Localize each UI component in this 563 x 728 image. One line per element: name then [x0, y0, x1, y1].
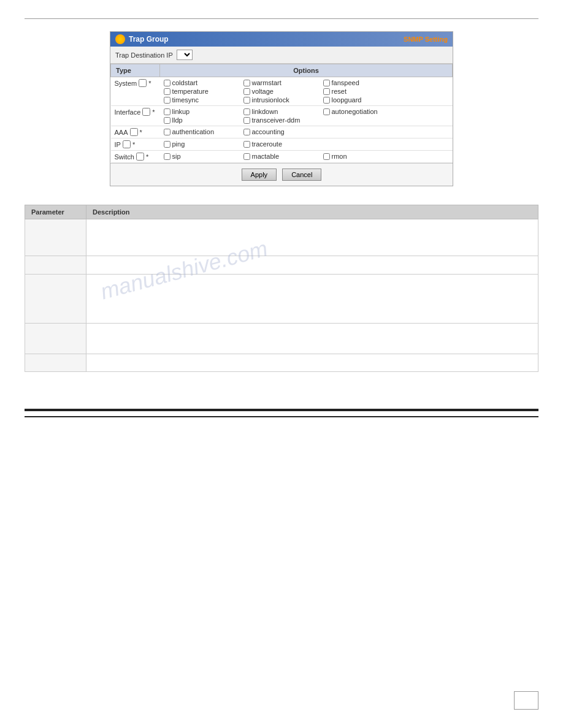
opt-temperature[interactable]: temperature [164, 88, 237, 95]
opt-rmon[interactable]: rmon [323, 153, 397, 160]
snmp-setting-link[interactable]: SNMP Setting [404, 36, 448, 43]
table-row: Interface * linkup linkdown autonegotiat… [111, 106, 453, 126]
system-options: coldstart warmstart fanspeed temperature… [164, 79, 449, 104]
opt-transceiver-ddm[interactable]: transceiver-ddm [243, 116, 317, 124]
col-options-header: Options [160, 64, 453, 77]
cb-coldstart[interactable] [164, 80, 170, 86]
trap-dest-label: Trap Destination IP [115, 51, 173, 59]
cb-rmon[interactable] [323, 153, 330, 160]
options-table: Type Options System * [110, 64, 453, 163]
aaa-star: * [140, 129, 142, 136]
panel-header: Trap Group SNMP Setting [110, 32, 453, 47]
desc-param-3 [25, 275, 86, 324]
cb-sip[interactable] [164, 153, 170, 160]
desc-col1-header: Parameter [25, 205, 86, 219]
opt-warmstart[interactable]: warmstart [243, 79, 317, 86]
cb-reset[interactable] [323, 88, 330, 95]
opt-authentication[interactable]: authentication [164, 128, 237, 135]
table-row [25, 354, 538, 372]
trap-dest-select[interactable] [177, 50, 193, 60]
thick-divider [25, 409, 538, 411]
cb-fanspeed[interactable] [323, 80, 330, 86]
trap-group-panel: Trap Group SNMP Setting Trap Destination… [110, 31, 453, 186]
aaa-options: authentication accounting [164, 128, 449, 135]
cb-ping[interactable] [164, 141, 170, 148]
opt-lldp[interactable]: lldp [164, 116, 237, 124]
ip-type-label: IP [115, 141, 121, 148]
desc-table: Parameter Description [25, 205, 538, 372]
trap-dest-row: Trap Destination IP [110, 47, 453, 64]
thin-divider [25, 416, 538, 417]
cb-loopguard[interactable] [323, 97, 330, 104]
opt-linkdown[interactable]: linkdown [243, 108, 317, 115]
trap-icon [115, 34, 125, 44]
cb-intrusionlock[interactable] [243, 97, 250, 104]
cb-mactable[interactable] [243, 153, 250, 160]
opt-fanspeed[interactable]: fanspeed [323, 79, 397, 86]
page-container: Trap Group SNMP Setting Trap Destination… [0, 0, 563, 728]
opt-coldstart[interactable]: coldstart [164, 79, 237, 86]
ip-star: * [132, 141, 135, 148]
opt-loopguard[interactable]: loopguard [323, 96, 397, 104]
ip-options: ping traceroute [164, 140, 449, 148]
desc-param-5 [25, 354, 86, 372]
opt-linkup[interactable]: linkup [164, 108, 237, 115]
desc-param-2 [25, 256, 86, 275]
table-row: Switch * sip mactable rmon [111, 151, 453, 163]
desc-table-container: Parameter Description [25, 205, 538, 372]
cb-autonegotiation[interactable] [323, 108, 330, 115]
interface-checkbox[interactable] [142, 108, 150, 116]
table-row [25, 256, 538, 275]
cb-timesync[interactable] [164, 97, 170, 104]
opt-reset[interactable]: reset [323, 88, 397, 95]
desc-value-3 [86, 275, 538, 324]
desc-param-4 [25, 324, 86, 354]
cb-accounting[interactable] [243, 129, 250, 135]
cb-lldp[interactable] [164, 117, 170, 124]
button-row: Apply Cancel [110, 163, 453, 186]
ip-checkbox[interactable] [123, 140, 131, 148]
cb-temperature[interactable] [164, 88, 170, 95]
system-checkbox[interactable] [139, 79, 147, 87]
table-row: IP * ping traceroute [111, 138, 453, 151]
cb-authentication[interactable] [164, 129, 170, 135]
opt-traceroute[interactable]: traceroute [243, 140, 317, 148]
desc-col2-header: Description [86, 205, 538, 219]
col-type-header: Type [111, 64, 160, 77]
cb-voltage[interactable] [243, 88, 250, 95]
switch-options: sip mactable rmon [164, 153, 449, 160]
apply-button[interactable]: Apply [242, 169, 277, 181]
opt-accounting[interactable]: accounting [243, 128, 317, 135]
table-row [25, 219, 538, 256]
table-row [25, 275, 538, 324]
opt-intrusionlock[interactable]: intrusionlock [243, 96, 317, 104]
system-star: * [148, 80, 151, 87]
aaa-type-label: AAA [115, 129, 128, 136]
desc-value-2 [86, 256, 538, 275]
interface-options: linkup linkdown autonegotiation lldp tra… [164, 108, 449, 124]
opt-mactable[interactable]: mactable [243, 153, 317, 160]
table-row: System * coldstart warmstart fanspeed te… [111, 77, 453, 106]
panel-title: Trap Group [115, 34, 169, 44]
opt-voltage[interactable]: voltage [243, 88, 317, 95]
opt-ping[interactable]: ping [164, 140, 237, 148]
panel-title-text: Trap Group [129, 35, 169, 44]
switch-checkbox[interactable] [136, 153, 144, 161]
interface-type-label: Interface [115, 108, 141, 116]
bottom-rules [25, 409, 538, 417]
table-row [25, 324, 538, 354]
cb-linkup[interactable] [164, 108, 170, 115]
cb-linkdown[interactable] [243, 108, 250, 115]
desc-value-1 [86, 219, 538, 256]
cancel-button[interactable]: Cancel [282, 169, 321, 181]
opt-autonegotiation[interactable]: autonegotiation [323, 108, 397, 115]
desc-param-1 [25, 219, 86, 256]
opt-sip[interactable]: sip [164, 153, 237, 160]
opt-timesync[interactable]: timesync [164, 96, 237, 104]
cb-traceroute[interactable] [243, 141, 250, 148]
aaa-checkbox[interactable] [130, 128, 138, 136]
interface-star: * [152, 108, 155, 116]
page-number-box [514, 691, 538, 710]
cb-transceiver-ddm[interactable] [243, 117, 250, 124]
cb-warmstart[interactable] [243, 80, 250, 86]
